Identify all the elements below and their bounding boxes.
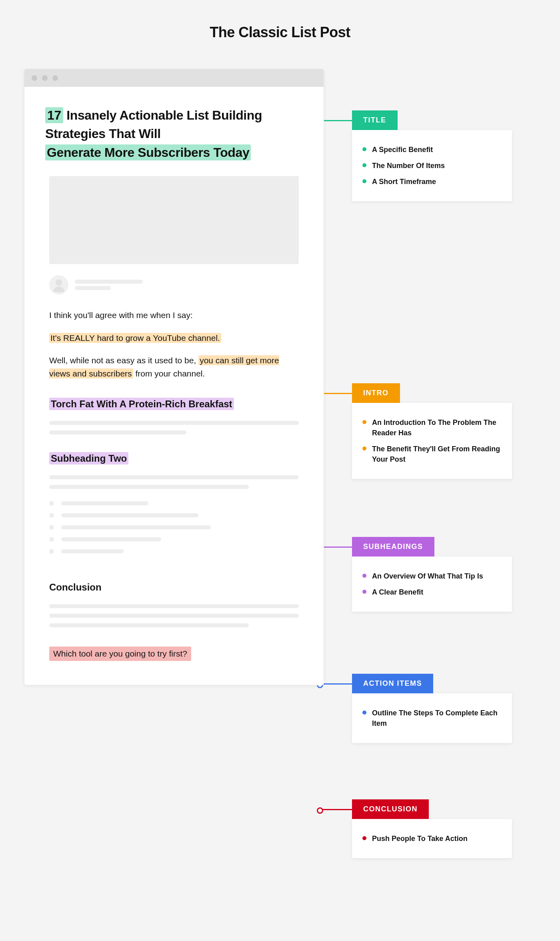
skeleton-line xyxy=(49,623,249,627)
bullet-icon xyxy=(49,525,54,530)
title-benefit-highlight: Generate More Subscribers Today xyxy=(45,144,251,160)
callout-label: ACTION ITEMS xyxy=(352,674,433,693)
callout-card: A Specific Benefit The Number Of Items A… xyxy=(352,130,512,201)
callout-subheadings: SUBHEADINGS An Overview Of What That Tip… xyxy=(352,537,512,612)
bullet-icon xyxy=(49,501,54,506)
skeleton-line xyxy=(49,421,299,425)
callout-intro: INTRO An Introduction To The Problem The… xyxy=(352,383,512,479)
intro-highlight: It's REALLY hard to grow a YouTube chann… xyxy=(49,333,221,343)
skeleton-line xyxy=(49,614,299,618)
connector-line xyxy=(320,683,352,685)
callout-item: The Number Of Items xyxy=(362,160,502,171)
bullet-icon xyxy=(49,549,54,554)
callout-card: An Introduction To The Problem The Reade… xyxy=(352,403,512,479)
intro-line: I think you'll agree with me when I say: xyxy=(49,309,299,322)
connector-line xyxy=(320,393,352,394)
callout-action-items: ACTION ITEMS Outline The Steps To Comple… xyxy=(352,674,512,743)
skeleton-line xyxy=(75,286,111,290)
author-block xyxy=(45,275,303,294)
callout-card: Push People To Take Action xyxy=(352,819,512,858)
skeleton-line xyxy=(49,475,299,479)
callout-card: An Overview Of What That Tip Is A Clear … xyxy=(352,557,512,612)
callout-title: TITLE A Specific Benefit The Number Of I… xyxy=(352,110,512,201)
callout-item: A Short Timeframe xyxy=(362,176,502,187)
action-items-list xyxy=(45,501,303,554)
diagram-title: The Classic List Post xyxy=(0,24,560,41)
window-dot xyxy=(52,75,58,81)
skeleton-line xyxy=(49,485,249,489)
callout-item: Outline The Steps To Complete Each Item xyxy=(362,708,502,729)
browser-window: 17 Insanely Actionable List Building Str… xyxy=(24,69,324,685)
callout-item: Push People To Take Action xyxy=(362,833,502,844)
callout-conclusion: CONCLUSION Push People To Take Action xyxy=(352,799,512,858)
callout-card: Outline The Steps To Complete Each Item xyxy=(352,693,512,743)
callout-item: A Specific Benefit xyxy=(362,144,502,155)
callout-label: CONCLUSION xyxy=(352,799,429,819)
skeleton-line xyxy=(75,280,143,284)
conclusion-heading: Conclusion xyxy=(49,582,299,593)
subheading: Torch Fat With A Protein-Rich Breakfast xyxy=(49,398,299,410)
intro-line: Well, while not as easy as it used to be… xyxy=(49,354,299,380)
intro-block: I think you'll agree with me when I say:… xyxy=(45,309,303,380)
callout-item: A Clear Benefit xyxy=(362,587,502,597)
callout-label: SUBHEADINGS xyxy=(352,537,434,557)
title-number-highlight: 17 xyxy=(45,107,63,123)
hero-image-placeholder xyxy=(49,176,299,264)
callout-item: The Benefit They'll Get From Reading You… xyxy=(362,444,502,464)
callout-item: An Introduction To The Problem The Reade… xyxy=(362,417,502,438)
browser-chrome xyxy=(24,69,324,87)
callout-item: An Overview Of What That Tip Is xyxy=(362,571,502,581)
title-text: Insanely Actionable List Building Strate… xyxy=(45,108,262,141)
connector-node-icon xyxy=(317,807,323,814)
post-title: 17 Insanely Actionable List Building Str… xyxy=(45,106,303,162)
callout-label: INTRO xyxy=(352,383,400,403)
skeleton-line xyxy=(49,430,186,434)
window-dot xyxy=(32,75,37,81)
callout-label: TITLE xyxy=(352,110,398,130)
connector-line xyxy=(320,809,352,810)
skeleton-line xyxy=(49,604,299,608)
avatar-icon xyxy=(49,275,68,294)
conclusion-cta-highlight: Which tool are you going to try first? xyxy=(49,647,191,661)
bullet-icon xyxy=(49,513,54,518)
subheading: Subheading Two xyxy=(49,453,299,464)
bullet-icon xyxy=(49,537,54,542)
connector-line xyxy=(320,547,352,548)
window-dot xyxy=(42,75,48,81)
